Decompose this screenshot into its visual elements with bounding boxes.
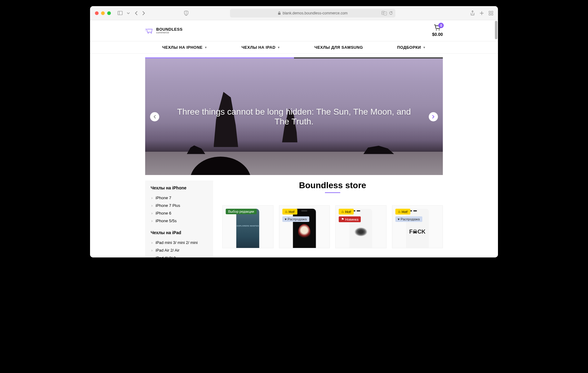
product-card[interactable]: ♨Hot! ♥Распродажа — [279, 205, 330, 248]
badge-hot: ♨Hot! — [339, 209, 354, 215]
title-underline — [325, 192, 340, 193]
svg-point-12 — [148, 32, 149, 34]
sidebar-item-ipad4[interactable]: iPad 4/ 3/ 2 — [151, 254, 208, 257]
close-window-button[interactable] — [95, 11, 99, 15]
carousel-prev-button[interactable] — [150, 112, 159, 121]
svg-point-14 — [436, 29, 437, 30]
fire-icon: ♨ — [285, 210, 288, 214]
svg-point-15 — [439, 29, 440, 30]
badge-sale: ♥Распродажа — [395, 216, 422, 222]
svg-text:文: 文 — [384, 12, 386, 14]
sidebar-item-ipadmini[interactable]: iPad mini 3/ mini 2/ mini — [151, 239, 208, 246]
new-tab-icon[interactable] — [480, 10, 484, 16]
browser-titlebar: blank.demos.boundless-commerce.com A文 — [90, 6, 498, 20]
fire-icon: ♨ — [398, 210, 401, 214]
main-nav: ЧЕХЛЫ НА IPHONE▼ ЧЕХЛЫ НА IPAD▼ ЧЕХЛЫ ДЛ… — [90, 41, 498, 54]
badge-sale: ♥Распродажа — [282, 216, 309, 222]
site-header: BOUNDLESS commerce 0 $0.00 — [90, 20, 498, 41]
fire-icon: ♨ — [341, 210, 344, 214]
translate-icon[interactable]: A文 — [382, 11, 387, 15]
cart-logo-icon — [145, 27, 154, 34]
badge-new: ⚑Новинка — [339, 216, 361, 222]
store-title: Boundless store — [222, 181, 443, 190]
logo[interactable]: BOUNDLESS commerce — [145, 27, 183, 34]
svg-rect-3 — [278, 13, 281, 15]
badge-hot: ♨Hot! — [282, 209, 297, 215]
heart-icon: ♥ — [398, 217, 400, 221]
hero-image: Three things cannot be long hidden: The … — [145, 59, 443, 175]
sidebar-item-iphone6[interactable]: iPhone 6 — [151, 209, 208, 217]
svg-rect-0 — [118, 11, 123, 15]
maximize-window-button[interactable] — [107, 11, 111, 15]
sidebar-item-iphone7[interactable]: iPhone 7 — [151, 194, 208, 202]
browser-window: blank.demos.boundless-commerce.com A文 — [90, 6, 498, 257]
nav-ipad-cases[interactable]: ЧЕХЛЫ НА IPAD▼ — [242, 45, 280, 50]
sidebar-item-iphone7plus[interactable]: iPhone 7 Plus — [151, 202, 208, 209]
cart-button[interactable]: 0 $0.00 — [432, 25, 443, 37]
sidebar-section-title: Чехлы на iPad — [151, 230, 208, 235]
caret-down-icon: ▼ — [277, 46, 280, 49]
cart-total: $0.00 — [432, 32, 443, 37]
products-area: Boundless store Выбор редакции ♨Hot! ♥Ра… — [222, 181, 443, 257]
nav-samsung-cases[interactable]: ЧЕХЛЫ ДЛЯ SAMSUNG — [315, 45, 363, 50]
product-card[interactable]: ♨Hot! ♥Распродажа F☠CK — [392, 205, 443, 248]
hero-carousel: Three things cannot be long hidden: The … — [145, 57, 443, 175]
lock-icon — [278, 11, 281, 15]
logo-sub-text: commerce — [156, 31, 183, 34]
svg-rect-11 — [492, 13, 493, 15]
hero-headline: Three things cannot be long hidden: The … — [145, 107, 443, 127]
chevron-down-icon[interactable] — [127, 12, 130, 14]
sidebar-section-title: Чехлы на iPhone — [151, 185, 208, 190]
reload-icon[interactable] — [389, 11, 393, 15]
badge-hot: ♨Hot! — [395, 209, 410, 215]
svg-rect-8 — [489, 11, 491, 13]
product-card[interactable]: ♨Hot! ⚑Новинка — [335, 205, 386, 248]
page-content: BOUNDLESS commerce 0 $0.00 ЧЕХЛЫ НА IPHO… — [90, 20, 498, 257]
share-icon[interactable] — [470, 10, 475, 16]
sidebar-item-ipadair[interactable]: iPad Air 2/ Air — [151, 246, 208, 254]
product-image — [236, 209, 259, 248]
product-grid: Выбор редакции ♨Hot! ♥Распродажа ♨ — [222, 205, 443, 248]
svg-point-13 — [151, 32, 152, 34]
caret-down-icon: ▼ — [423, 46, 426, 49]
minimize-window-button[interactable] — [101, 11, 105, 15]
svg-text:A: A — [382, 12, 384, 14]
badge-editor-choice: Выбор редакции — [226, 209, 257, 214]
sidebar-item-iphone5[interactable]: iPhone 5/5s — [151, 217, 208, 225]
scrollbar[interactable] — [495, 21, 497, 39]
shield-icon[interactable] — [184, 11, 188, 16]
main-content: Чехлы на iPhone iPhone 7 iPhone 7 Plus i… — [90, 175, 498, 257]
caret-down-icon: ▼ — [205, 46, 207, 49]
carousel-next-button[interactable] — [429, 112, 438, 121]
flag-icon: ⚑ — [341, 217, 344, 221]
url-text: blank.demos.boundless-commerce.com — [283, 11, 348, 15]
traffic-lights — [95, 11, 111, 15]
sidebar-toggle-icon[interactable] — [118, 11, 123, 15]
tabs-icon[interactable] — [489, 10, 493, 16]
forward-button[interactable] — [142, 11, 145, 15]
cart-count-badge: 0 — [438, 23, 444, 28]
svg-rect-10 — [489, 13, 491, 15]
product-card[interactable]: Выбор редакции — [222, 205, 273, 248]
svg-rect-9 — [492, 11, 493, 13]
back-button[interactable] — [135, 11, 138, 15]
address-bar[interactable]: blank.demos.boundless-commerce.com A文 — [230, 9, 395, 17]
category-sidebar: Чехлы на iPhone iPhone 7 iPhone 7 Plus i… — [145, 181, 213, 257]
nav-iphone-cases[interactable]: ЧЕХЛЫ НА IPHONE▼ — [162, 45, 207, 50]
heart-icon: ♥ — [285, 217, 287, 221]
nav-collections[interactable]: ПОДБОРКИ▼ — [397, 45, 426, 50]
